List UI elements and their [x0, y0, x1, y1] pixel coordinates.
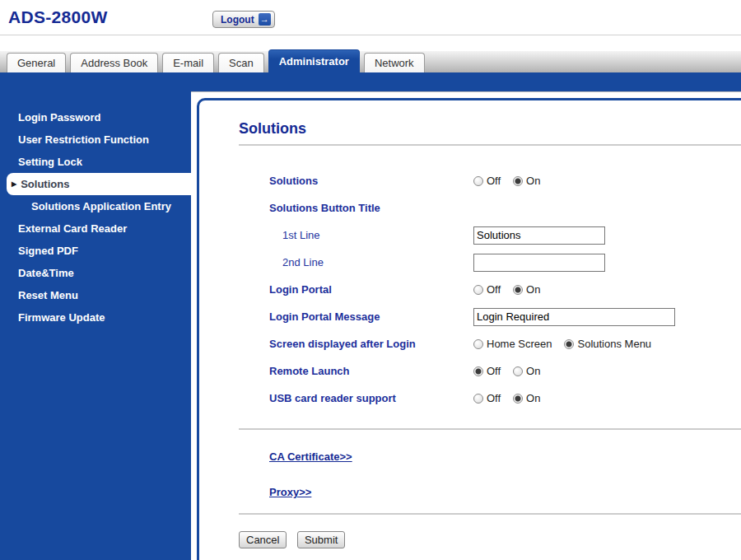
ca-certificate-link[interactable]: CA Certificate>> [269, 450, 352, 463]
logout-arrow-icon: → [259, 13, 271, 26]
form-row-remote-launch: Remote Launch Off On [269, 357, 741, 385]
form-row-1st-line: 1st Line [269, 222, 741, 249]
content-panel: Solutions Solutions Off On [197, 98, 741, 560]
login-portal-off-option[interactable]: Off [473, 283, 501, 296]
sidebar-item-reset-menu[interactable]: Reset Menu [0, 284, 191, 306]
cancel-button[interactable]: Cancel [239, 531, 287, 548]
radio-checked-icon[interactable] [513, 394, 523, 404]
first-line-input[interactable] [473, 226, 605, 245]
tab-scan[interactable]: Scan [218, 53, 264, 72]
tab-email[interactable]: E-mail [162, 53, 214, 72]
form-row-login-portal-message: Login Portal Message [269, 303, 741, 330]
radio-checked-icon[interactable] [513, 176, 523, 186]
sidebar-item-external-card-reader[interactable]: External Card Reader [0, 217, 191, 240]
tab-address-book[interactable]: Address Book [70, 53, 158, 72]
field-label: 2nd Line [269, 256, 473, 268]
solutions-on-option[interactable]: On [513, 175, 540, 187]
tab-bar: General Address Book E-mail Scan Adminis… [0, 51, 741, 72]
logout-button[interactable]: Logout → [212, 11, 275, 28]
sidebar-item-solutions[interactable]: ▶ Solutions [7, 173, 191, 195]
radio-checked-icon[interactable] [513, 285, 523, 295]
tab-list: General Address Book E-mail Scan Adminis… [7, 49, 429, 72]
page-title: Solutions [239, 120, 741, 138]
radio-unchecked-icon[interactable] [473, 394, 483, 404]
form-row-usb-card-reader: USB card reader support Off On [269, 385, 741, 412]
usb-reader-off-option[interactable]: Off [473, 392, 501, 404]
field-label: Remote Launch [269, 365, 473, 377]
form-row-login-portal: Login Portal Off On [269, 276, 741, 303]
form-row-2nd-line: 2nd Line [269, 249, 741, 276]
sidebar-item-date-time[interactable]: Date&Time [0, 262, 191, 284]
sidebar-item-signed-pdf[interactable]: Signed PDF [0, 240, 191, 262]
remote-launch-on-option[interactable]: On [513, 365, 540, 377]
field-label: Solutions [269, 175, 473, 187]
group-label: Solutions Button Title [269, 202, 473, 214]
footer-divider [239, 513, 741, 515]
main-area: Login Password User Restriction Function… [0, 92, 741, 560]
radio-unchecked-icon[interactable] [473, 285, 483, 295]
submit-button[interactable]: Submit [297, 531, 345, 548]
radio-checked-icon[interactable] [473, 366, 483, 376]
solutions-off-option[interactable]: Off [473, 175, 501, 187]
tab-network[interactable]: Network [364, 53, 425, 72]
proxy-link[interactable]: Proxy>> [269, 486, 741, 498]
radio-unchecked-icon[interactable] [473, 176, 483, 186]
section-divider [239, 428, 741, 430]
login-portal-message-input[interactable] [473, 308, 675, 326]
sidebar-item-label: Solutions [21, 173, 69, 195]
radio-unchecked-icon[interactable] [513, 366, 523, 376]
sidebar-item-solutions-application-entry[interactable]: Solutions Application Entry [0, 195, 191, 217]
field-label: 1st Line [269, 229, 473, 241]
tab-administrator[interactable]: Administrator [268, 49, 360, 72]
model-title: ADS-2800W [8, 7, 108, 27]
sidebar-item-setting-lock[interactable]: Setting Lock [0, 151, 191, 173]
heading-divider [239, 144, 741, 146]
form-actions: Cancel Submit [239, 531, 741, 548]
solutions-form: Solutions Off On Solutions Button Title [269, 167, 741, 412]
radio-unchecked-icon[interactable] [473, 339, 483, 349]
page-header: ADS-2800W Logout → [0, 0, 741, 35]
solutions-menu-option[interactable]: Solutions Menu [564, 338, 651, 350]
radio-checked-icon[interactable] [564, 339, 574, 349]
logout-label: Logout [221, 14, 254, 26]
home-screen-option[interactable]: Home Screen [473, 338, 552, 350]
selected-marker-icon: ▶ [12, 173, 16, 195]
form-row-solutions: Solutions Off On [269, 167, 741, 194]
second-line-input[interactable] [473, 254, 605, 272]
tab-general[interactable]: General [7, 53, 66, 72]
sidebar-item-login-password[interactable]: Login Password [0, 106, 191, 128]
field-label: Login Portal [269, 283, 473, 296]
tab-accent-band [0, 72, 741, 91]
field-label: Screen displayed after Login [269, 338, 473, 350]
sidebar-item-firmware-update[interactable]: Firmware Update [0, 306, 191, 329]
remote-launch-off-option[interactable]: Off [473, 365, 501, 377]
sidebar-item-user-restriction-function[interactable]: User Restriction Function [0, 128, 191, 151]
field-label: Login Portal Message [269, 310, 473, 323]
form-row-solutions-button-title: Solutions Button Title [269, 194, 741, 222]
usb-reader-on-option[interactable]: On [513, 392, 540, 404]
login-portal-on-option[interactable]: On [513, 283, 540, 296]
sidebar-nav: Login Password User Restriction Function… [0, 91, 191, 560]
form-row-screen-after-login: Screen displayed after Login Home Screen… [269, 330, 741, 357]
field-label: USB card reader support [269, 392, 473, 404]
